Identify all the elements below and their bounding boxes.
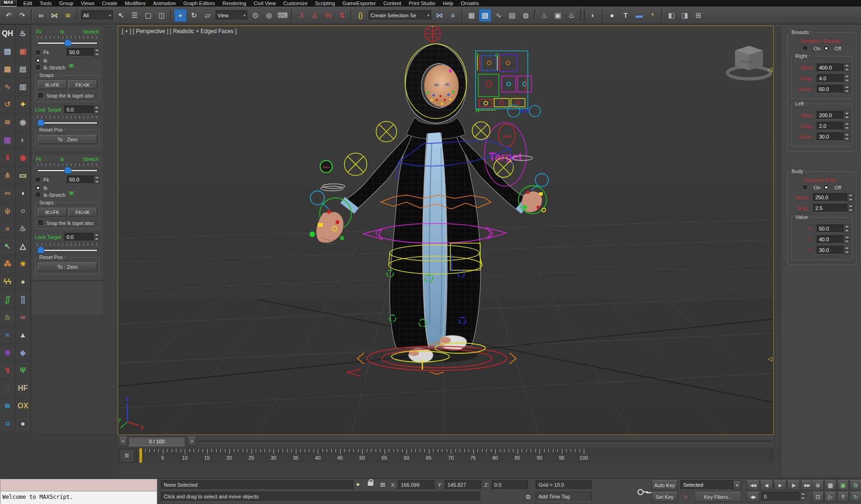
body-z-spinner[interactable]: [844, 246, 850, 254]
hand-target-badge[interactable]: Target: [320, 161, 332, 173]
viewport-canvas[interactable]: Target Target Target: [118, 26, 773, 434]
molecule-icon[interactable]: ∞: [16, 308, 30, 326]
previous-frame-arrow[interactable]: <: [119, 437, 127, 446]
viewport-label[interactable]: [ + ] [ Perspective ] [ Realistic + Edge…: [122, 28, 237, 35]
gray-sphere-icon[interactable]: ●: [16, 415, 30, 433]
body-x-spinner[interactable]: [844, 224, 850, 233]
time-tag-window-icon[interactable]: ⧉: [524, 492, 533, 502]
water-waves-icon[interactable]: ≋: [0, 397, 14, 415]
hair-scatter-icon[interactable]: ⁂: [0, 255, 14, 273]
snap-ik-target-checkbox[interactable]: [38, 92, 44, 98]
next-frame-button[interactable]: |▶: [787, 480, 800, 490]
auto-key-button[interactable]: Auto Key: [651, 480, 678, 490]
dialog-icon[interactable]: ▤: [16, 60, 30, 78]
menu-scripting[interactable]: Scripting: [311, 0, 339, 7]
right-value-spinner[interactable]: [844, 85, 850, 93]
menu-animation[interactable]: Animation: [149, 0, 180, 7]
menu-help[interactable]: Help: [439, 0, 457, 7]
fk-value-spinner[interactable]: [94, 48, 100, 56]
body-on-radio[interactable]: [802, 184, 808, 190]
edit-named-selection-sets-icon[interactable]: {}: [354, 9, 367, 22]
keyboard-override-icon[interactable]: ⌨: [276, 9, 289, 22]
reset-to-zero-button[interactable]: To : Zero: [38, 135, 97, 144]
fk-ik-blend-slider[interactable]: [37, 167, 98, 173]
rendered-frame-window-icon[interactable]: ▣: [552, 9, 564, 22]
body-drag-field[interactable]: 2.5: [813, 204, 847, 212]
breasts-off-radio[interactable]: [823, 45, 829, 51]
left-mass-spinner[interactable]: [844, 111, 850, 119]
set-key-button[interactable]: Set Key: [651, 492, 678, 502]
isolate-selection-icon[interactable]: ✦: [353, 480, 363, 490]
body-x-field[interactable]: 50.0: [817, 224, 843, 233]
hair-select-points-icon[interactable]: ↖: [0, 238, 14, 255]
body-z-field[interactable]: 30.0: [817, 246, 843, 254]
body-mass-spinner[interactable]: [847, 193, 854, 202]
bind-to-space-warp-icon[interactable]: ≋: [62, 9, 74, 22]
hair-s-curve-icon[interactable]: ∾: [0, 184, 14, 202]
menu-print-studio[interactable]: Print Studio: [405, 0, 439, 7]
ornatrix-quick-hair-icon[interactable]: QH: [0, 25, 14, 42]
camera-moon-icon[interactable]: ◐: [16, 131, 30, 149]
reset-to-zero-button[interactable]: To : Zero: [38, 262, 97, 271]
hair-frizz-icon[interactable]: ϟϟ: [0, 273, 14, 291]
fur-window-icon[interactable]: ▩: [0, 60, 14, 78]
go-to-start-button[interactable]: ◀◀: [747, 480, 759, 490]
fk-to-ik-button[interactable]: FK>IK: [68, 80, 97, 89]
right-drag-spinner[interactable]: [844, 74, 850, 83]
material-editor-icon[interactable]: ◍: [519, 9, 532, 22]
select-by-name-icon[interactable]: ☰: [128, 9, 141, 22]
dot-chain-icon[interactable]: ⠶: [0, 415, 14, 433]
hair-down-arrow-icon[interactable]: ⇓: [0, 149, 14, 167]
fk-value-field[interactable]: 50.0: [67, 48, 93, 56]
redo-button[interactable]: ↷: [16, 9, 28, 22]
fk-value-spinner[interactable]: [94, 175, 100, 184]
open-mini-curve-editor-icon[interactable]: ≣: [119, 449, 134, 462]
body-y-field[interactable]: 40.0: [817, 235, 843, 244]
menu-content[interactable]: Content: [379, 0, 405, 7]
right-drag-field[interactable]: 4.0: [817, 74, 843, 83]
hair-fall-icon[interactable]: ↯: [0, 362, 14, 379]
menu-group[interactable]: Group: [56, 0, 77, 7]
menu-civil-view[interactable]: Civil View: [250, 0, 280, 7]
schematic-view-icon[interactable]: ▤: [506, 9, 518, 22]
wire-teapot-icon[interactable]: ♨: [16, 220, 30, 238]
left-mass-field[interactable]: 200.0: [817, 111, 843, 119]
left-drag-spinner[interactable]: [844, 122, 850, 130]
toggle-ribbon-icon[interactable]: ▦: [465, 9, 478, 22]
window-crossing-toggle-icon[interactable]: ◫: [155, 9, 168, 22]
menu-edit[interactable]: Edit: [20, 0, 36, 7]
hair-fan-icon[interactable]: ⋔: [0, 167, 14, 184]
perspective-viewport[interactable]: [ + ] [ Perspective ] [ Realistic + Edge…: [118, 26, 774, 435]
lock-target-slider[interactable]: [37, 246, 98, 252]
fk-value-field[interactable]: 50.0: [67, 175, 93, 184]
maxscript-mini-listener[interactable]: Welcome to MAXScript.: [0, 479, 157, 504]
select-and-scale-icon[interactable]: ▱: [201, 9, 214, 22]
lock-target-spinner[interactable]: [94, 105, 100, 114]
time-ruler[interactable]: 0510152025303540455055606570758085909510…: [136, 448, 771, 463]
menu-gameexporter[interactable]: GameExporter: [339, 0, 380, 7]
pan-view-icon[interactable]: ⊡: [812, 492, 824, 502]
right-mass-field[interactable]: 400.0: [817, 63, 843, 72]
scene-explorer-icon[interactable]: ▧: [479, 9, 491, 22]
select-and-link-icon[interactable]: ∞: [35, 9, 47, 22]
render-in-cloud-icon[interactable]: ◐: [587, 9, 600, 22]
select-and-rotate-icon[interactable]: ↻: [188, 9, 200, 22]
menu-create[interactable]: Create: [98, 0, 121, 7]
right-mass-spinner[interactable]: [844, 63, 850, 72]
render-production-icon[interactable]: ♨: [565, 9, 578, 22]
menu-customize[interactable]: Customize: [280, 0, 311, 7]
fk-ik-blend-slider[interactable]: [37, 39, 98, 45]
named-selection-sets-dropdown[interactable]: Create Selection Se▾: [369, 10, 431, 21]
listener-pane[interactable]: Welcome to MAXScript.: [0, 491, 157, 504]
orbit-icon[interactable]: ↻: [850, 492, 861, 502]
time-slider-handle[interactable]: 0 / 100: [128, 437, 185, 446]
khaki-sphere-icon[interactable]: ●: [16, 273, 30, 291]
use-pivot-center-icon[interactable]: ⊙: [249, 9, 262, 22]
menu-modifiers[interactable]: Modifiers: [121, 0, 149, 7]
hair-chevrons-icon[interactable]: »: [0, 220, 14, 238]
lock-target-field[interactable]: 0.0: [64, 233, 93, 241]
current-frame-field[interactable]: 0: [761, 492, 799, 502]
sphere-light-icon[interactable]: ○: [16, 202, 30, 220]
next-frame-arrow[interactable]: >: [188, 437, 196, 446]
zoom-all-icon[interactable]: ▦: [825, 480, 836, 490]
